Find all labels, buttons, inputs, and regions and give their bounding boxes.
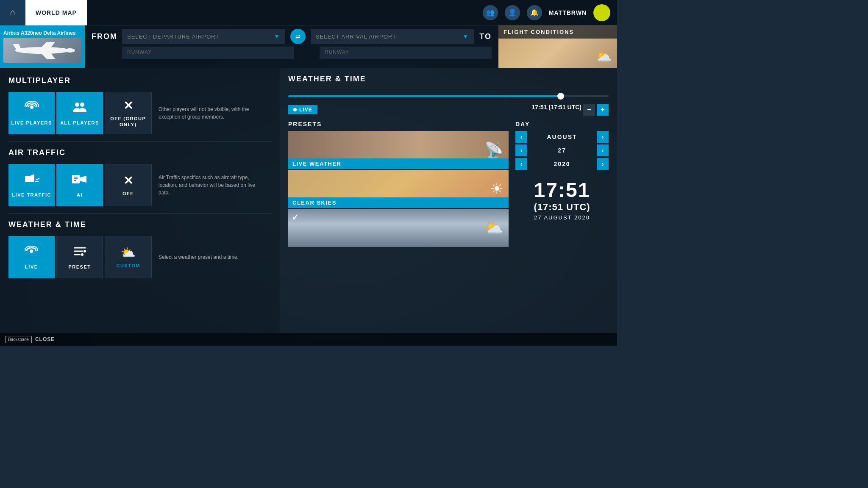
flight-conditions-title: FLIGHT CONDITIONS — [504, 29, 574, 35]
weather-content-row: PRESETS 📡 LIVE WEATHER — [288, 121, 609, 247]
all-players-icon — [71, 100, 88, 117]
year-next-button[interactable]: › — [597, 158, 609, 170]
bottom-section: MULTIPLAYER LIVE PLAYERS — [0, 68, 617, 333]
preset-custom-bg — [288, 209, 509, 247]
preset-custom-icon: ⛅ — [484, 219, 504, 237]
day-next-button[interactable]: › — [597, 144, 609, 156]
weather-time-tiles: LIVE PRESET — [8, 236, 152, 278]
preset-item-custom[interactable]: ✓ ⛅ — [288, 209, 509, 247]
svg-point-6 — [30, 105, 33, 109]
arrival-airport-select[interactable]: SELECT ARRIVAL AIRPORT ▼ — [311, 29, 474, 44]
air-traffic-title: AIR TRAFFIC — [8, 148, 271, 157]
svg-marker-10 — [30, 174, 34, 182]
weather-live-tile[interactable]: LIVE — [8, 236, 55, 278]
preset-live-weather-label: LIVE WEATHER — [288, 158, 509, 169]
weather-preset-icon — [71, 244, 88, 261]
profile-icon-button[interactable]: 👤 — [505, 5, 520, 20]
air-traffic-off-tile[interactable]: ✕ OFF — [105, 164, 152, 206]
live-players-icon — [23, 100, 40, 117]
group-icon-button[interactable]: 👥 — [483, 5, 498, 20]
arrival-runway[interactable]: RUNWAY — [320, 47, 492, 59]
day-row: ‹ 27 › — [515, 144, 609, 156]
username-label: MATTBRWN — [549, 9, 587, 16]
air-traffic-tiles-row: LIVE TRAFFIC A — [8, 164, 271, 206]
time-big-value: 17:51 — [515, 178, 609, 202]
svg-point-18 — [30, 250, 33, 253]
to-label: TO — [479, 32, 492, 41]
off-group-icon: ✕ — [123, 99, 133, 113]
preset-item-clear-skies[interactable]: ☀ CLEAR SKIES — [288, 170, 509, 208]
time-slider-track[interactable] — [288, 95, 609, 97]
time-minus-button[interactable]: − — [583, 104, 595, 116]
from-label: FROM — [92, 32, 117, 41]
month-value: AUGUST — [527, 133, 597, 140]
month-row: ‹ AUGUST › — [515, 131, 609, 143]
time-slider-thumb[interactable] — [557, 93, 564, 100]
departure-dropdown-arrow: ▼ — [274, 33, 280, 40]
live-players-tile[interactable]: LIVE PLAYERS — [8, 92, 55, 134]
weather-custom-tile[interactable]: ⛅ CUSTOM — [105, 236, 152, 278]
month-next-button[interactable]: › — [597, 131, 609, 143]
svg-marker-14 — [80, 176, 86, 183]
all-players-label: ALL PLAYERS — [60, 120, 99, 126]
svg-point-22 — [83, 250, 86, 252]
flight-conditions-header: FLIGHT CONDITIONS — [498, 25, 617, 39]
all-players-tile[interactable]: ALL PLAYERS — [56, 92, 103, 134]
bottom-bar: Backspace CLOSE — [0, 333, 617, 346]
weather-custom-label: CUSTOM — [116, 263, 140, 269]
live-badge-label: LIVE — [299, 107, 312, 113]
time-controls: 17:51 (17:51 UTC) − + — [532, 104, 609, 116]
time-date-small: 27 AUGUST 2020 — [515, 214, 609, 221]
departure-runway[interactable]: RUNWAY — [122, 47, 294, 59]
time-display-row: LIVE 17:51 (17:51 UTC) − + — [288, 104, 609, 116]
live-indicator-dot — [293, 108, 297, 111]
preset-item-live-weather[interactable]: 📡 LIVE WEATHER — [288, 131, 509, 169]
weather-right-title: WEATHER & TIME — [288, 75, 366, 83]
svg-line-12 — [36, 178, 39, 180]
right-panel: WEATHER & TIME LIVE 17:51 (17:51 UTC) − — [280, 68, 617, 333]
air-traffic-off-icon: ✕ — [123, 174, 133, 188]
swap-button[interactable]: ⇄ — [290, 29, 306, 44]
departure-placeholder: SELECT DEPARTURE AIRPORT — [127, 33, 219, 40]
aircraft-panel: Airbus A320neo Delta Airlines — [0, 25, 85, 68]
year-prev-button[interactable]: ‹ — [515, 158, 527, 170]
time-utc-value: (17:51 UTC) — [515, 202, 609, 213]
avatar[interactable] — [593, 4, 610, 21]
weather-preset-label: PRESET — [69, 264, 91, 270]
ai-icon — [70, 172, 89, 189]
live-traffic-icon — [22, 172, 41, 189]
route-top-row: FROM SELECT DEPARTURE AIRPORT ▼ ⇄ SELECT… — [92, 29, 492, 44]
flight-conditions-weather-icon: ⛅ — [595, 48, 612, 64]
weather-preset-tile[interactable]: PRESET — [56, 236, 103, 278]
off-group-tile[interactable]: ✕ OFF (GROUP ONLY) — [105, 92, 152, 134]
svg-rect-9 — [25, 176, 30, 182]
divider-1 — [8, 141, 271, 141]
air-traffic-off-label: OFF — [122, 191, 134, 197]
multiplayer-tiles: LIVE PLAYERS ALL PLAYERS — [8, 92, 152, 134]
backspace-key: Backspace — [5, 336, 32, 343]
multiplayer-tiles-row: LIVE PLAYERS ALL PLAYERS — [8, 92, 271, 134]
multiplayer-title: MULTIPLAYER — [8, 76, 271, 85]
year-row: ‹ 2020 › — [515, 158, 609, 170]
flight-header: Airbus A320neo Delta Airlines — [0, 25, 617, 68]
month-prev-button[interactable]: ‹ — [515, 131, 527, 143]
home-button[interactable]: ⌂ — [0, 0, 25, 25]
live-traffic-tile[interactable]: LIVE TRAFFIC — [8, 164, 55, 206]
departure-airport-select[interactable]: SELECT DEPARTURE AIRPORT ▼ — [122, 29, 285, 44]
time-value-display: 17:51 (17:51 UTC) — [532, 104, 582, 116]
weather-time-left-title: WEATHER & TIME — [8, 220, 271, 229]
arrival-runway-value: RUNWAY — [325, 49, 349, 55]
preset-clear-skies-label: CLEAR SKIES — [288, 197, 509, 208]
arrival-dropdown-arrow: ▼ — [462, 33, 469, 40]
ai-tile[interactable]: AI — [56, 164, 103, 206]
time-big-display: 17:51 (17:51 UTC) 27 AUGUST 2020 — [515, 178, 609, 221]
day-prev-button[interactable]: ‹ — [515, 144, 527, 156]
bell-icon-button[interactable]: 🔔 — [527, 5, 542, 20]
weather-right-header: WEATHER & TIME — [288, 75, 609, 90]
weather-time-tiles-row: LIVE PRESET — [8, 236, 271, 278]
svg-point-7 — [75, 103, 79, 107]
left-panel: MULTIPLAYER LIVE PLAYERS — [0, 68, 280, 333]
time-plus-button[interactable]: + — [597, 104, 609, 116]
world-map-button[interactable]: WORLD MAP — [25, 0, 87, 25]
live-badge[interactable]: LIVE — [288, 105, 317, 114]
